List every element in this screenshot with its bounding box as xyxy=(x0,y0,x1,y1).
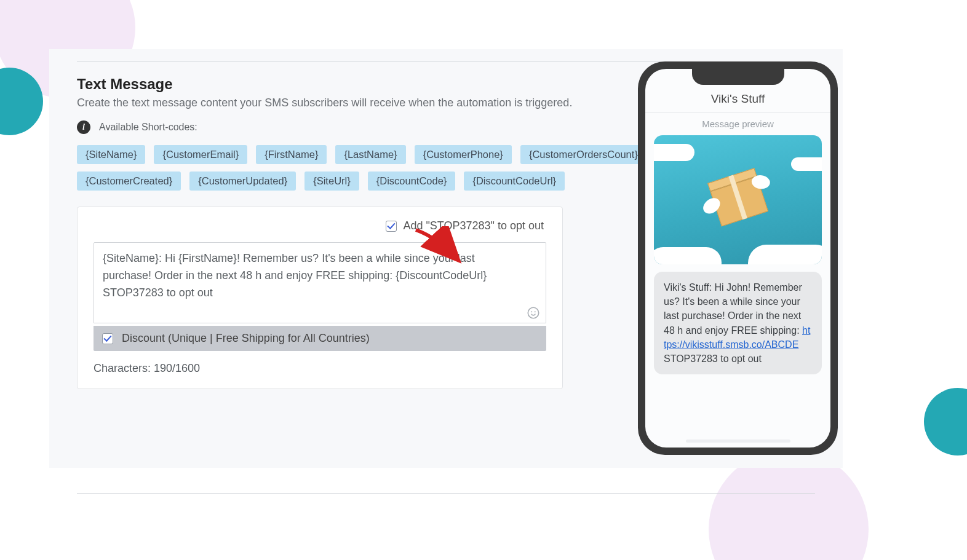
discount-checkbox[interactable] xyxy=(102,333,113,344)
shortcode-chip[interactable]: {CustomerEmail} xyxy=(154,145,247,164)
shortcode-chip[interactable]: {CustomerOrdersCount} xyxy=(520,145,647,164)
svg-point-1 xyxy=(531,311,532,312)
emoji-picker-icon[interactable] xyxy=(527,306,540,320)
shortcode-chip[interactable]: {CustomerPhone} xyxy=(415,145,512,164)
phone-notch xyxy=(692,69,784,85)
shortcode-label: Available Short-codes: xyxy=(99,122,197,133)
svg-point-2 xyxy=(535,311,536,312)
info-icon: i xyxy=(77,120,90,134)
preview-bubble: Viki's Stuff: Hi John! Remember us? It's… xyxy=(654,272,822,374)
home-indicator xyxy=(686,440,790,443)
opt-out-checkbox[interactable] xyxy=(386,221,397,232)
preview-label: Message preview xyxy=(645,112,830,133)
bubble-text-after: STOP37283 to opt out xyxy=(664,353,762,364)
divider xyxy=(77,493,815,494)
message-editor: Add "STOP37283" to opt out Discount (Uni… xyxy=(77,207,563,389)
bg-decor xyxy=(924,388,967,455)
phone-mockup: Viki's Stuff Message preview Viki's Stuf… xyxy=(638,61,838,455)
svg-point-0 xyxy=(528,307,538,318)
shortcode-chip[interactable]: {CustomerUpdated} xyxy=(189,172,296,191)
character-count: Characters: 190/1600 xyxy=(94,362,546,375)
preview-site-name: Viki's Stuff xyxy=(645,92,830,112)
shortcode-chip[interactable]: {DiscountCode} xyxy=(368,172,456,191)
message-textarea[interactable] xyxy=(94,242,546,323)
discount-label: Discount (Unique | Free Shipping for All… xyxy=(122,332,370,345)
preview-image xyxy=(654,135,822,264)
shortcode-chip[interactable]: {SiteUrl} xyxy=(304,172,359,191)
bubble-text-before: Viki's Stuff: Hi John! Remember us? It's… xyxy=(664,282,802,336)
opt-out-label: Add "STOP37283" to opt out xyxy=(403,219,544,232)
opt-out-row: Add "STOP37283" to opt out xyxy=(94,219,546,232)
shortcode-chip[interactable]: {SiteName} xyxy=(77,145,145,164)
discount-bar: Discount (Unique | Free Shipping for All… xyxy=(94,326,546,351)
shortcode-chip[interactable]: {CustomerCreated} xyxy=(77,172,181,191)
shortcode-chip[interactable]: {DiscountCodeUrl} xyxy=(464,172,565,191)
shortcode-chip[interactable]: {FirstName} xyxy=(256,145,327,164)
shortcode-chip[interactable]: {LastName} xyxy=(335,145,405,164)
